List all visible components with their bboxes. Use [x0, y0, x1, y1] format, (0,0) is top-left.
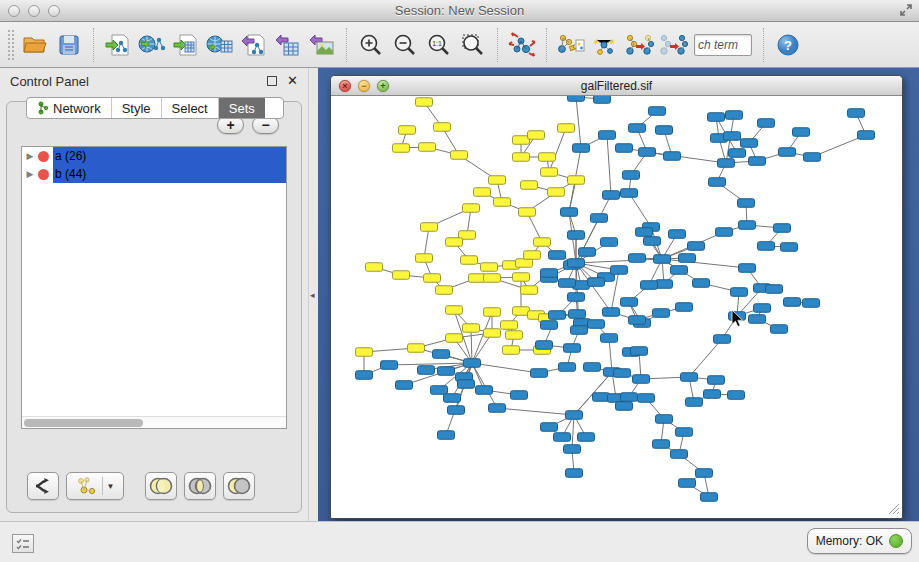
memory-status-button[interactable]: Memory: OK [807, 528, 912, 554]
graph-node [771, 325, 788, 334]
graph-node [731, 288, 748, 297]
minimize-network-window-button[interactable]: − [358, 80, 370, 92]
task-history-button[interactable] [12, 534, 34, 553]
graph-node [489, 404, 506, 413]
graph-node [588, 320, 605, 329]
help-button[interactable]: ? [771, 27, 805, 63]
expand-arrow-icon[interactable]: ▶ [22, 169, 38, 179]
split-sets-button[interactable] [27, 472, 59, 500]
fullscreen-icon[interactable] [899, 3, 913, 17]
graph-node-selected [503, 346, 520, 355]
graph-node [614, 369, 631, 378]
resize-grip-icon[interactable] [888, 503, 900, 515]
control-panel-header: Control Panel ✕ [0, 68, 308, 94]
zoom-selected-region-button[interactable] [456, 27, 490, 63]
network-window-titlebar[interactable]: × − + galFiltered.sif [331, 76, 902, 96]
graph-node-selected [521, 181, 538, 190]
union-sets-button[interactable] [145, 472, 177, 500]
graph-node [636, 228, 653, 237]
create-set-dropdown-button[interactable]: ▼ [66, 472, 124, 500]
open-session-button[interactable] [18, 27, 52, 63]
import-network-url-icon [137, 32, 167, 58]
network-view[interactable] [331, 96, 902, 517]
graph-node [594, 96, 611, 103]
tab-network[interactable]: Network [27, 98, 112, 118]
graph-node [621, 393, 638, 402]
minimize-window-button[interactable] [28, 5, 40, 17]
split-arrow-icon [33, 476, 53, 496]
close-panel-icon[interactable]: ✕ [287, 76, 298, 86]
show-selected-button[interactable] [622, 27, 656, 63]
close-window-button[interactable] [8, 5, 20, 17]
close-network-window-button[interactable]: × [339, 80, 351, 92]
set-item-label[interactable]: b (44) [53, 165, 286, 183]
graph-node [566, 469, 583, 478]
expand-arrow-icon[interactable]: ▶ [22, 151, 38, 161]
graph-node [433, 350, 450, 359]
graph-nodes[interactable] [356, 96, 875, 501]
graph-node-selected [399, 126, 416, 135]
help-icon: ? [776, 33, 800, 57]
search-input[interactable] [694, 34, 752, 56]
panel-splitter[interactable]: ◂ [308, 68, 318, 521]
zoom-in-button[interactable] [354, 27, 388, 63]
graph-node [738, 199, 755, 208]
graph-node [749, 157, 766, 166]
maximize-network-window-button[interactable]: + [377, 80, 389, 92]
apply-preferred-layout-button[interactable] [505, 27, 539, 63]
set-list-item[interactable]: ▶a (26) [22, 147, 286, 165]
tab-sets[interactable]: Sets [219, 98, 265, 118]
zoom-window-button[interactable] [48, 5, 60, 17]
graph-node-selected [541, 168, 558, 177]
graph-node-selected [451, 151, 468, 160]
venn-intersection-icon [187, 476, 213, 496]
save-session-button[interactable] [52, 27, 86, 63]
graph-node [679, 479, 696, 488]
graph-node [438, 367, 455, 376]
zoom-selected-icon [460, 32, 486, 58]
graph-node [438, 431, 455, 440]
tab-select[interactable]: Select [162, 98, 219, 118]
export-network-button[interactable] [237, 27, 271, 63]
graph-node-selected [424, 274, 441, 283]
graph-node [654, 255, 671, 264]
graph-node-selected [513, 136, 530, 145]
collapse-panel-arrow[interactable]: ◂ [310, 290, 315, 300]
import-table-url-button[interactable] [203, 27, 237, 63]
graph-node [728, 391, 745, 400]
graph-node [588, 278, 605, 287]
export-image-button[interactable] [305, 27, 339, 63]
zoom-in-icon [358, 32, 384, 58]
zoom-actual-size-button[interactable]: 1:1 [422, 27, 456, 63]
graph-node-selected [393, 271, 410, 280]
set-item-label[interactable]: a (26) [53, 147, 286, 165]
export-table-button[interactable] [271, 27, 305, 63]
graph-node-selected [434, 123, 451, 132]
sets-list-hscrollbar[interactable] [22, 416, 286, 428]
import-table-file-button[interactable] [169, 27, 203, 63]
float-panel-icon[interactable] [267, 76, 277, 86]
graph-node [758, 242, 775, 251]
toolbar-drag-handle[interactable] [8, 30, 14, 60]
tab-style[interactable]: Style [112, 98, 162, 118]
import-network-file-button[interactable] [101, 27, 135, 63]
graph-node [573, 144, 590, 153]
show-selected-icon [624, 32, 654, 58]
network-window[interactable]: × − + galFiltered.sif [330, 75, 903, 519]
graph-node-selected [519, 208, 536, 217]
graph-node-selected [528, 131, 545, 140]
graph-node [653, 309, 670, 318]
graph-node [774, 224, 791, 233]
zoom-out-button[interactable] [388, 27, 422, 63]
intersect-sets-button[interactable] [184, 472, 216, 500]
difference-sets-button[interactable] [223, 472, 255, 500]
hide-selected-button[interactable] [656, 27, 690, 63]
import-network-url-button[interactable] [135, 27, 169, 63]
select-first-neighbors-button[interactable] [588, 27, 622, 63]
graph-node [536, 341, 553, 350]
new-network-from-selection-button[interactable] [554, 27, 588, 63]
network-graph[interactable] [331, 96, 902, 517]
hscroll-thumb[interactable] [24, 419, 143, 427]
set-list-item[interactable]: ▶b (44) [22, 165, 286, 183]
graph-node-selected [436, 286, 453, 295]
